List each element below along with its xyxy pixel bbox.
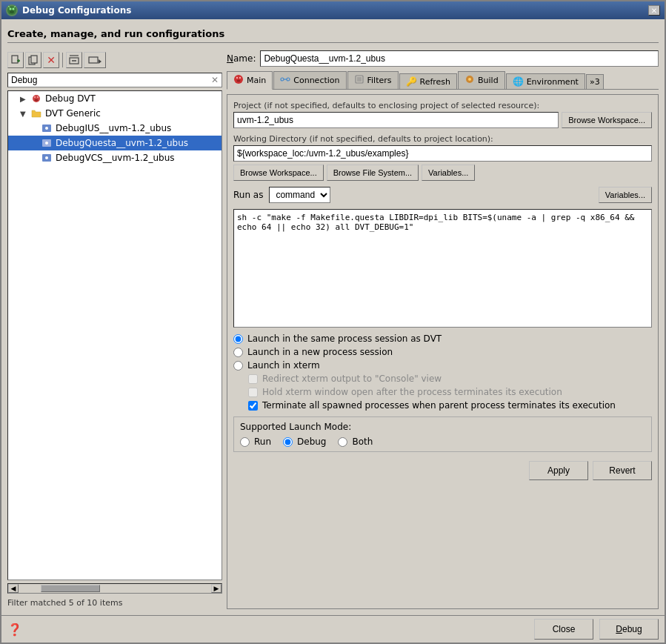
svg-point-28 [239,77,241,79]
variables-dir-button[interactable]: Variables... [422,165,475,181]
tree-item-dvt-generic[interactable]: ▼ DVT Generic [8,106,222,121]
tab-build[interactable]: Build [458,71,505,89]
svg-point-1 [10,8,12,10]
main-area: ✕ ✕ ▶ [7,50,659,609]
close-button[interactable]: Close [534,619,593,640]
tree-item-debugius[interactable]: DebugIUS__uvm-1.2_ubus [8,121,222,136]
browse-workspace-project-button[interactable]: Browse Workspace... [562,112,652,128]
tree-arrow: ▶ [20,95,27,103]
radio-both-input[interactable] [338,437,347,447]
main-tab-icon [233,74,244,87]
right-panel: Name: Main Connection [227,50,659,609]
launch-options: Launch in the same process session as DV… [233,333,652,411]
name-label: Name: [227,53,256,64]
radio-debug-label: Debug [297,436,326,447]
config-panel: Project (if not specified, defaults to e… [227,94,659,609]
svg-rect-6 [12,56,18,63]
toolbar-separator [62,53,63,67]
run-as-select[interactable]: command [270,187,330,202]
checkbox-terminate-label: Terminate all spawned processes when par… [262,400,616,411]
svg-point-31 [287,78,290,81]
svg-point-23 [45,142,48,145]
svg-marker-15 [99,59,101,64]
radio-run-input[interactable] [240,437,250,447]
tab-overflow[interactable]: »3 [586,74,604,89]
browse-fs-button[interactable]: Browse File System... [327,165,419,181]
svg-point-3 [10,10,14,13]
variables-command-button[interactable]: Variables... [599,187,652,203]
apply-button[interactable]: Apply [529,461,588,480]
bottom-buttons: Apply Revert [233,458,652,483]
filter-status: Filter matched 5 of 10 items [7,597,222,609]
svg-point-21 [45,127,48,130]
tree-item-debugvcs[interactable]: DebugVCS__uvm-1.2_ubus [8,150,222,165]
tree-item-debug-dvt[interactable]: ▶ Debug DVT [8,91,222,106]
radio-xterm-input[interactable] [233,361,243,371]
svg-point-38 [468,78,471,81]
working-dir-input[interactable] [233,145,652,162]
title-bar-left: Debug Configurations [6,4,131,16]
run-as-label: Run as [233,190,263,200]
radio-debug-input[interactable] [283,437,293,447]
tab-environment[interactable]: 🌐 Environment [506,73,585,89]
tree-item-debugquesta[interactable]: DebugQuesta__uvm-1.2_ubus [8,136,222,150]
left-panel: ✕ ✕ ▶ [7,50,222,609]
radio-new-input[interactable] [233,348,243,357]
new-button[interactable] [7,52,24,68]
horizontal-scrollbar[interactable]: ◀ ▶ [7,583,222,594]
scroll-left-btn[interactable]: ◀ [8,584,19,593]
help-icon[interactable]: ❓ [7,623,22,637]
config-icon [41,137,53,149]
collapse-button[interactable] [66,52,82,68]
run-as-row: Run as command Variables... [233,187,652,203]
checkbox-redirect-input[interactable] [248,374,258,384]
project-section: Project (if not specified, defaults to e… [233,101,652,128]
tree-container[interactable]: ▶ Debug DVT ▼ DVT Generic [7,90,222,580]
svg-point-30 [281,78,284,81]
radio-xterm-label: Launch in xterm [247,360,320,371]
run-as-combo[interactable]: command [269,187,330,203]
svg-point-18 [37,96,39,98]
radio-same-input[interactable] [233,334,243,344]
scroll-right-btn[interactable]: ▶ [211,584,222,593]
window-title: Debug Configurations [22,5,131,16]
svg-point-17 [34,96,36,98]
debug-button[interactable]: Debug [599,619,659,640]
command-textarea[interactable]: sh -c "make -f Makefile.questa LIBDIR=dp… [233,209,652,328]
name-input[interactable] [260,50,659,67]
search-clear-icon[interactable]: ✕ [211,75,219,85]
tab-connection[interactable]: Connection [273,71,346,89]
project-input-row: Browse Workspace... [233,112,652,128]
search-input[interactable] [11,75,211,85]
svg-line-5 [14,6,16,7]
tab-filters[interactable]: Filters [347,71,399,89]
window-footer: ❓ Close Debug [1,615,665,643]
build-tab-icon [464,74,475,87]
tab-main[interactable]: Main [227,71,273,90]
name-row: Name: [227,50,659,67]
scroll-thumb[interactable] [41,585,100,592]
close-icon[interactable]: ✕ [648,5,660,16]
svg-point-2 [13,8,15,10]
config-icon [41,122,53,134]
bug-icon [30,93,42,104]
view-menu-button[interactable] [84,52,106,68]
tab-refresh-label: Refresh [420,77,451,87]
tab-build-label: Build [478,76,499,85]
folder-icon [30,107,42,119]
checkbox-redirect: Redirect xterm output to "Console" view [233,374,652,384]
radio-same-label: Launch in the same process session as DV… [247,333,442,344]
svg-line-4 [8,6,10,7]
search-box: ✕ [7,73,222,87]
environment-tab-icon: 🌐 [513,76,524,87]
checkbox-terminate-input[interactable] [248,401,258,411]
revert-button[interactable]: Revert [593,461,652,480]
delete-button[interactable]: ✕ [43,52,59,68]
refresh-tab-icon: 🔑 [406,76,417,87]
duplicate-button[interactable] [25,52,41,68]
connection-tab-icon [280,74,290,87]
browse-workspace-dir-button[interactable]: Browse Workspace... [233,165,324,181]
tab-refresh[interactable]: 🔑 Refresh [399,73,458,89]
checkbox-hold-input[interactable] [248,388,258,397]
project-input[interactable] [233,112,559,128]
